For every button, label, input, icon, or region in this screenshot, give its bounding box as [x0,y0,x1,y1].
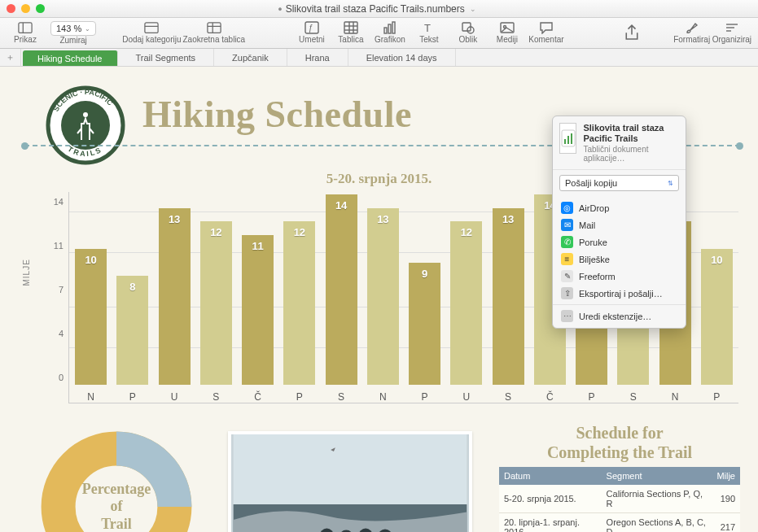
add-sheet-button[interactable]: ＋ [0,49,21,66]
pivot-table-button[interactable]: Zaokretna tablica [182,21,245,45]
bar-value-label: 10 [75,254,107,266]
bar-value-label: 13 [367,213,399,225]
share-item-notes[interactable]: ≡Bilješke [553,251,686,268]
text-button[interactable]: T Tekst [410,21,448,45]
table-cell[interactable]: 190 [712,485,740,513]
table-row[interactable]: 20. lipnja-1. srpanj. 2016.Oregon Sectio… [499,513,740,533]
x-tick-label: P [129,391,136,403]
close-window-button[interactable] [7,4,15,13]
sheet-canvas[interactable]: SCENIC · PACIFIC T R A I L S Hiking Sche… [0,67,758,532]
chevron-down-icon: ⌄ [85,25,90,33]
table-cell[interactable]: 217 [712,513,740,533]
view-button[interactable]: Prikaz [7,21,44,45]
x-tick-label: S [213,391,219,403]
svg-rect-4 [208,23,221,33]
x-tick-label: N [87,391,94,403]
donut-chart[interactable]: Percentage of Trail [31,421,202,532]
insert-button[interactable]: ƒ Umetni [293,21,331,45]
sheet-tab-hiking-schedule[interactable]: Hiking Schedule [23,50,118,66]
share-item-export-send[interactable]: ⇪Eksportiraj i pošalji… [553,285,686,302]
sheet-tab-zupcanik[interactable]: Zupčanik [214,49,287,66]
donut-label: Percentage of Trail [82,481,151,532]
window-title-wrap: ● Slikovita trail staza Pacific Trails.n… [45,3,709,15]
x-tick-label: U [463,391,471,403]
bar-column[interactable]: 8P [114,194,151,403]
window-title: Slikovita trail staza Pacific Trails.num… [286,3,465,15]
chart-icon [383,21,397,34]
media-icon [500,21,515,34]
bar-value-label: 14 [326,199,357,211]
table-cell[interactable]: 5-20. srpnja 2015. [499,485,602,513]
bar-column[interactable]: 10N [72,194,109,403]
add-category-button[interactable]: Dodaj kategoriju [122,21,181,45]
bar-column[interactable]: 12P [281,194,318,403]
bar-column[interactable]: 11Č [239,194,276,403]
schedule-table[interactable]: Datum Segment Milje 5-20. srpnja 2015.Ca… [499,467,740,532]
table-button[interactable]: Tablica [332,21,370,45]
table-cell[interactable]: California Sections P, Q, R [602,485,712,513]
share-doc-title: Slikovita trail staza Pacific Trails [583,123,679,144]
y-axis: MILJE 14 11 7 4 0 [33,192,68,403]
send-copy-dropdown[interactable]: Pošalji kopiju ⇅ [559,175,679,191]
bar-value-label: 12 [200,226,232,238]
x-tick-label: P [296,391,303,403]
bar-value-label: 11 [242,240,274,252]
table-row[interactable]: 5-20. srpnja 2015.California Sections P,… [499,485,740,513]
share-button[interactable] [613,26,651,40]
minimize-window-button[interactable] [21,4,30,13]
bar-column[interactable]: 13U [156,194,193,403]
zoom-selector[interactable]: 143 % ⌄ [50,21,96,36]
zoom-value: 143 % [56,24,81,33]
bar-column[interactable]: 12S [198,194,234,403]
comment-button[interactable]: Komentar [528,21,565,45]
share-doc-subtitle: Tablični dokument aplikacije… [583,145,679,163]
bar-column[interactable]: 10P [699,194,735,403]
bar-column[interactable]: 13S [490,194,527,403]
bar-value-label: 12 [450,226,482,238]
schedule-title: Schedule for Completing the Trail [499,423,740,462]
bar-value-label: 8 [116,281,148,293]
x-tick-label: Č [254,391,261,403]
share-item-messages[interactable]: ✆Poruke [553,233,686,251]
schedule-table-section: Schedule for Completing the Trail Datum … [499,423,740,532]
title-menu-chevron-icon[interactable]: ⌄ [470,5,476,13]
format-button[interactable]: Formatiraj [673,21,711,45]
x-tick-label: P [713,391,720,403]
svg-point-26 [61,101,110,150]
sheet-tab-hrana[interactable]: Hrana [287,49,348,66]
share-icon [624,26,639,39]
sheet-tab-elevation[interactable]: Elevation 14 days [348,49,456,66]
share-item-airdrop[interactable]: ◎AirDrop [553,199,686,216]
bar-column[interactable]: 9P [406,194,443,403]
zoom-label: Zumiraj [59,36,86,45]
shape-button[interactable]: Oblik [449,21,487,45]
svg-rect-15 [388,24,391,33]
sheet-tab-trail-segments[interactable]: Trail Segments [118,49,215,66]
toolbar: Prikaz 143 % ⌄ Zumiraj Dodaj kategoriju … [0,18,758,49]
col-header-date[interactable]: Datum [499,467,602,485]
table-cell[interactable]: 20. lipnja-1. srpanj. 2016. [499,513,602,533]
table-cell[interactable]: Oregon Sections A, B, C, D [602,513,712,533]
share-item-mail[interactable]: ✉Mail [553,216,686,233]
bar-column[interactable]: 14S [323,194,360,403]
share-item-edit-extensions[interactable]: ⋯Uredi ekstenzije… [553,307,686,325]
share-item-freeform[interactable]: ✎Freeform [553,268,686,285]
maximize-window-button[interactable] [36,4,45,13]
x-tick-label: N [379,391,387,403]
window-titlebar: ● Slikovita trail staza Pacific Trails.n… [0,0,758,18]
organize-button[interactable]: Organiziraj [712,21,751,45]
media-button[interactable]: Mediji [489,21,526,45]
chart-button[interactable]: Grafikon [371,21,409,45]
x-tick-label: S [338,391,344,403]
bar-column[interactable]: 13N [365,194,401,403]
col-header-segment[interactable]: Segment [602,467,712,485]
svg-rect-0 [19,23,32,33]
svg-rect-39 [564,139,566,144]
col-header-miles[interactable]: Milje [712,467,740,485]
svg-text:T: T [424,22,431,34]
photo-placeholder[interactable] [228,431,472,532]
category-icon [144,21,159,34]
x-tick-label: P [422,391,428,403]
bar-column[interactable]: 12U [448,194,484,403]
svg-rect-2 [145,23,158,33]
